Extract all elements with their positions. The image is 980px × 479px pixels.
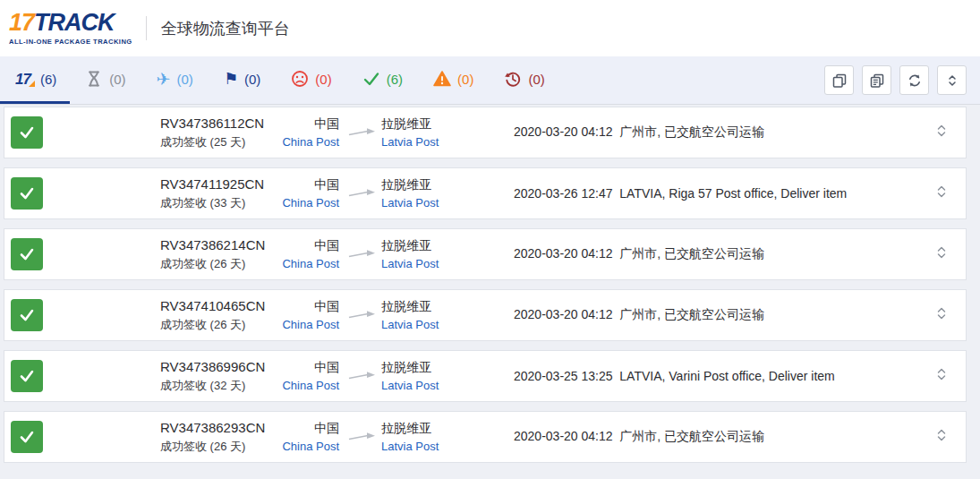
tracking-row[interactable]: RV347386214CN 成功签收 (26 天) 中国 China Post … [4,228,967,280]
tab-alert-count: (0) [457,72,473,87]
origin-carrier-link[interactable]: China Post [264,318,339,331]
row-expand-control[interactable] [937,306,946,324]
list-toolbar [824,56,980,104]
row-expand-control[interactable] [937,367,946,385]
sort-button[interactable] [937,65,967,95]
tracking-number[interactable]: RV347386112CN [160,115,264,131]
status-tabbar: 17 (6) (0) ✈ (0) ⚑ (0) (0) (6) (0) [0,56,980,105]
logo-wordmark: 17TRACK [9,11,132,35]
destination-carrier-link[interactable]: Latvia Post [381,379,439,392]
tracking-number[interactable]: RV347386214CN [160,237,265,252]
header-divider [146,16,147,40]
17track-logo[interactable]: 17TRACK ALL-IN-ONE PACKAGE TRACKING [9,11,132,46]
shipment-info: RV347386293CN 成功签收 (26 天) [160,420,265,455]
copy-numbers-button[interactable] [824,65,854,95]
shipment-info: RV347410465CN 成功签收 (26 天) [160,298,265,333]
route-arrow-icon [348,185,377,201]
tab-undelivered-count: (0) [315,72,331,87]
destination-column: 拉脱维亚 Latvia Post [381,116,439,149]
row-expand-control[interactable] [937,245,946,263]
tab-expired[interactable]: (0) [489,56,559,104]
delivery-status: 成功签收 (25 天) [160,134,264,150]
row-expand-control[interactable] [937,184,946,202]
check-icon [362,70,380,88]
shipment-info: RV347411925CN 成功签收 (33 天) [160,176,264,211]
delivery-status: 成功签收 (26 天) [160,439,265,455]
origin-carrier-link[interactable]: China Post [264,135,339,149]
delivered-check-icon [11,238,43,270]
copy-details-button[interactable] [862,65,891,95]
origin-carrier-link[interactable]: China Post [264,379,339,392]
hourglass-icon [85,70,103,88]
delivery-status: 成功签收 (26 天) [160,256,265,272]
shipment-info: RV347386996CN 成功签收 (32 天) [160,359,265,394]
latest-event: 2020-03-25 13:25 LATVIA, Varini Post off… [514,369,835,383]
origin-column: 中国 China Post [264,421,339,453]
destination-column: 拉脱维亚 Latvia Post [381,299,439,331]
origin-country: 中国 [264,421,339,437]
tracking-row[interactable]: RV347411925CN 成功签收 (33 天) 中国 China Post … [4,167,967,219]
delivered-check-icon [11,360,43,392]
destination-carrier-link[interactable]: Latvia Post [381,440,439,453]
destination-country: 拉脱维亚 [381,299,439,315]
warning-icon [433,70,451,88]
sad-face-icon [291,70,309,88]
tracking-number[interactable]: RV347386293CN [160,420,265,435]
logo-tagline: ALL-IN-ONE PACKAGE TRACKING [9,38,132,46]
destination-country: 拉脱维亚 [381,116,439,133]
row-expand-control[interactable] [937,124,946,141]
shipment-info: RV347386112CN 成功签收 (25 天) [160,115,264,150]
tab-alert[interactable]: (0) [418,56,489,104]
tracking-row[interactable]: RV347386293CN 成功签收 (26 天) 中国 China Post … [4,411,967,463]
tab-undelivered[interactable]: (0) [276,56,346,104]
origin-country: 中国 [264,116,339,133]
refresh-button[interactable] [899,65,929,95]
logo-17: 17 [9,9,34,36]
destination-carrier-link[interactable]: Latvia Post [381,257,439,270]
latest-event: 2020-03-20 04:12 广州市, 已交航空公司运输 [514,246,764,262]
tab-expired-count: (0) [528,72,544,87]
tab-delivered-count: (6) [387,72,403,87]
destination-column: 拉脱维亚 Latvia Post [381,238,439,270]
row-expand-control[interactable] [937,428,946,446]
delivery-status: 成功签收 (26 天) [160,317,265,333]
logo-17-icon: 17 [15,72,34,87]
origin-carrier-link[interactable]: China Post [264,196,339,210]
destination-carrier-link[interactable]: Latvia Post [381,196,439,210]
latest-event: 2020-03-20 04:12 广州市, 已交航空公司运输 [514,429,764,445]
delivered-check-icon [11,299,43,331]
tracking-list: RV347386112CN 成功签收 (25 天) 中国 China Post … [0,105,980,463]
tab-pending[interactable]: (0) [70,56,141,104]
origin-column: 中国 China Post [264,299,339,331]
tracking-number[interactable]: RV347411925CN [160,176,264,192]
destination-column: 拉脱维亚 Latvia Post [381,360,439,392]
delivered-check-icon [11,421,43,453]
destination-carrier-link[interactable]: Latvia Post [381,318,439,331]
tab-in-transit[interactable]: ✈ (0) [141,56,209,104]
destination-column: 拉脱维亚 Latvia Post [381,177,439,210]
tab-all[interactable]: 17 (6) [0,56,70,104]
refresh-icon [907,73,923,89]
page-title: 全球物流查询平台 [161,18,290,39]
origin-column: 中国 China Post [264,116,339,149]
tracking-number[interactable]: RV347410465CN [160,298,265,313]
header: 17TRACK ALL-IN-ONE PACKAGE TRACKING 全球物流… [0,0,980,56]
tab-delivered[interactable]: (6) [347,56,418,104]
tab-arrived-to-collect[interactable]: ⚑ (0) [209,56,276,104]
tracking-number[interactable]: RV347386996CN [160,359,265,374]
origin-carrier-link[interactable]: China Post [264,440,339,453]
tracking-row[interactable]: RV347386996CN 成功签收 (32 天) 中国 China Post … [4,350,967,402]
copy-document-icon [869,73,885,89]
destination-carrier-link[interactable]: Latvia Post [381,135,439,149]
shipment-info: RV347386214CN 成功签收 (26 天) [160,237,265,272]
tab-in-transit-count: (0) [177,72,193,87]
up-down-icon [945,73,959,88]
tracking-row[interactable]: RV347410465CN 成功签收 (26 天) 中国 China Post … [4,289,967,341]
origin-carrier-link[interactable]: China Post [264,257,339,270]
logo-track: TRACK [34,9,115,36]
tracking-row[interactable]: RV347386112CN 成功签收 (25 天) 中国 China Post … [4,107,967,158]
destination-country: 拉脱维亚 [381,238,439,254]
origin-column: 中国 China Post [264,360,339,392]
tab-arrived-count: (0) [244,72,260,87]
route-arrow-icon [348,429,377,445]
